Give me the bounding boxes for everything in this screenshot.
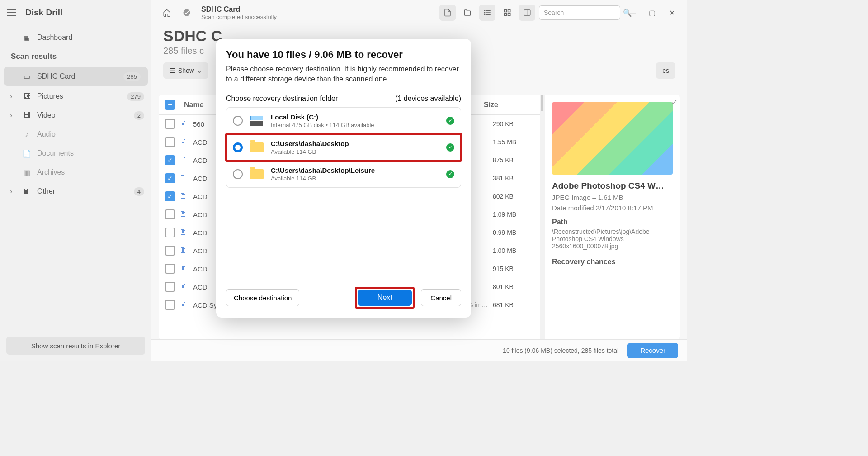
modal-choose-label: Choose recovery destination folder xyxy=(226,95,338,103)
destination-sub: Available 114 GB xyxy=(271,148,440,155)
destination-name: C:\Users\dasha\Desktop\Leisure xyxy=(271,166,440,174)
destination-name: Local Disk (C:) xyxy=(271,113,440,121)
destination-item[interactable]: C:\Users\dasha\DesktopAvailable 114 GB✓ xyxy=(226,134,461,161)
choose-destination-button[interactable]: Choose destination xyxy=(226,289,299,306)
ok-icon: ✓ xyxy=(446,143,454,152)
destination-name: C:\Users\dasha\Desktop xyxy=(271,140,440,147)
destination-sub: Internal 475 GB disk • 114 GB available xyxy=(271,122,440,128)
cancel-button[interactable]: Cancel xyxy=(421,289,461,306)
destination-item[interactable]: C:\Users\dasha\Desktop\LeisureAvailable … xyxy=(226,161,461,187)
modal-title: You have 10 files / 9.06 MB to recover xyxy=(226,49,461,61)
modal-description: Please choose recovery destination. It i… xyxy=(226,64,461,85)
next-button[interactable]: Next xyxy=(358,290,412,306)
destination-item[interactable]: Local Disk (C:)Internal 475 GB disk • 11… xyxy=(226,108,461,134)
recovery-destination-modal: You have 10 files / 9.06 MB to recover P… xyxy=(216,39,471,318)
destination-sub: Available 114 GB xyxy=(271,175,440,182)
destination-radio[interactable] xyxy=(233,169,243,179)
ok-icon: ✓ xyxy=(446,170,454,178)
destination-radio[interactable] xyxy=(233,142,243,152)
destination-radio[interactable] xyxy=(233,116,243,126)
ok-icon: ✓ xyxy=(446,117,454,125)
modal-devices-label: (1 devices available) xyxy=(395,95,461,103)
